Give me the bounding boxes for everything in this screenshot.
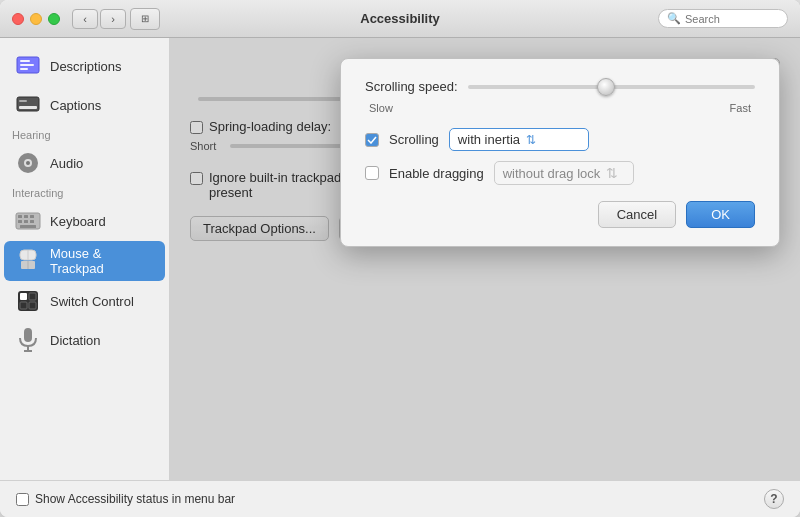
modal-speed-label: Scrolling speed: <box>365 79 458 94</box>
captions-icon <box>14 91 42 119</box>
sidebar-item-mouse-trackpad[interactable]: Mouse & Trackpad <box>4 241 165 281</box>
audio-icon <box>14 149 42 177</box>
titlebar: ‹ › ⊞ Accessibility 🔍 <box>0 0 800 38</box>
interacting-section-label: Interacting <box>0 183 169 201</box>
sidebar-item-label: Dictation <box>50 333 101 348</box>
main-content: Descriptions Captions Hearing <box>0 38 800 480</box>
svg-rect-5 <box>19 106 37 109</box>
bottom-bar: Show Accessibility status in menu bar ? <box>0 480 800 517</box>
svg-rect-1 <box>20 60 30 62</box>
hearing-section-label: Hearing <box>0 125 169 143</box>
modal-slider-track <box>468 85 756 89</box>
scrolling-label: Scrolling <box>389 132 439 147</box>
sidebar-item-audio[interactable]: Audio <box>4 144 165 182</box>
keyboard-icon <box>14 207 42 235</box>
sidebar-item-descriptions[interactable]: Descriptions <box>4 47 165 85</box>
scrolling-checkbox[interactable] <box>365 133 379 147</box>
ok-button[interactable]: OK <box>686 201 755 228</box>
modal-speed-row: Scrolling speed: <box>365 79 755 94</box>
back-button[interactable]: ‹ <box>72 9 98 29</box>
svg-rect-24 <box>29 293 36 300</box>
svg-rect-12 <box>24 215 28 218</box>
sidebar: Descriptions Captions Hearing <box>0 38 170 480</box>
help-button[interactable]: ? <box>764 489 784 509</box>
dictation-icon <box>14 326 42 354</box>
modal-slow-label: Slow <box>369 102 393 114</box>
titlebar-title: Accessibility <box>360 11 440 26</box>
nav-buttons: ‹ › <box>72 9 126 29</box>
svg-rect-25 <box>20 302 27 309</box>
sidebar-item-keyboard[interactable]: Keyboard <box>4 202 165 240</box>
scrolling-select[interactable]: with inertia ⇅ <box>449 128 589 151</box>
sidebar-item-label: Descriptions <box>50 59 122 74</box>
dragging-checkbox[interactable] <box>365 166 379 180</box>
maximize-button[interactable] <box>48 13 60 25</box>
grid-button[interactable]: ⊞ <box>130 8 160 30</box>
svg-rect-13 <box>30 215 34 218</box>
modal-speed-labels: Slow Fast <box>365 102 755 114</box>
dragging-label: Enable dragging <box>389 166 484 181</box>
search-input[interactable] <box>685 13 779 25</box>
modal-dragging-row: Enable dragging without drag lock ⇅ <box>365 161 755 185</box>
sidebar-item-label: Captions <box>50 98 101 113</box>
modal-buttons: Cancel OK <box>365 201 755 228</box>
mouse-trackpad-icon <box>14 247 42 275</box>
svg-point-9 <box>26 161 30 165</box>
bottom-checkbox-row: Show Accessibility status in menu bar <box>16 492 235 506</box>
close-button[interactable] <box>12 13 24 25</box>
right-panel: Options... Fast Spring-loading delay: <box>170 38 800 480</box>
sidebar-item-label: Audio <box>50 156 83 171</box>
forward-button[interactable]: › <box>100 9 126 29</box>
accessibility-window: ‹ › ⊞ Accessibility 🔍 D <box>0 0 800 517</box>
svg-rect-2 <box>20 64 34 66</box>
svg-rect-3 <box>20 68 28 70</box>
sidebar-item-label: Switch Control <box>50 294 134 309</box>
svg-rect-26 <box>29 302 36 309</box>
modal-fast-label: Fast <box>730 102 751 114</box>
switch-control-icon <box>14 287 42 315</box>
scrolling-option: with inertia <box>458 132 520 147</box>
accessibility-status-checkbox[interactable] <box>16 493 29 506</box>
sidebar-item-switch-control[interactable]: Switch Control <box>4 282 165 320</box>
svg-rect-15 <box>24 220 28 223</box>
sidebar-item-dictation[interactable]: Dictation <box>4 321 165 359</box>
traffic-lights <box>12 13 60 25</box>
svg-rect-17 <box>20 225 36 228</box>
search-bar[interactable]: 🔍 <box>658 9 788 28</box>
modal-overlay: Scrolling speed: Slow Fast <box>170 38 800 480</box>
svg-rect-23 <box>20 293 27 300</box>
search-icon: 🔍 <box>667 12 681 25</box>
descriptions-icon <box>14 52 42 80</box>
svg-rect-27 <box>24 328 32 342</box>
modal-scrolling-row: Scrolling with inertia ⇅ <box>365 128 755 151</box>
modal-slider-thumb[interactable] <box>597 78 615 96</box>
svg-rect-11 <box>18 215 22 218</box>
dragging-select: without drag lock ⇅ <box>494 161 634 185</box>
sidebar-item-label: Keyboard <box>50 214 106 229</box>
svg-rect-16 <box>30 220 34 223</box>
sidebar-item-label: Mouse & Trackpad <box>50 246 155 276</box>
dragging-option: without drag lock <box>503 166 601 181</box>
svg-rect-6 <box>19 100 27 102</box>
accessibility-status-label: Show Accessibility status in menu bar <box>35 492 235 506</box>
scrolling-select-arrow: ⇅ <box>526 133 536 147</box>
cancel-button[interactable]: Cancel <box>598 201 676 228</box>
svg-rect-14 <box>18 220 22 223</box>
sidebar-item-captions[interactable]: Captions <box>4 86 165 124</box>
minimize-button[interactable] <box>30 13 42 25</box>
dragging-select-arrow: ⇅ <box>606 165 618 181</box>
modal-dialog: Scrolling speed: Slow Fast <box>340 58 780 247</box>
